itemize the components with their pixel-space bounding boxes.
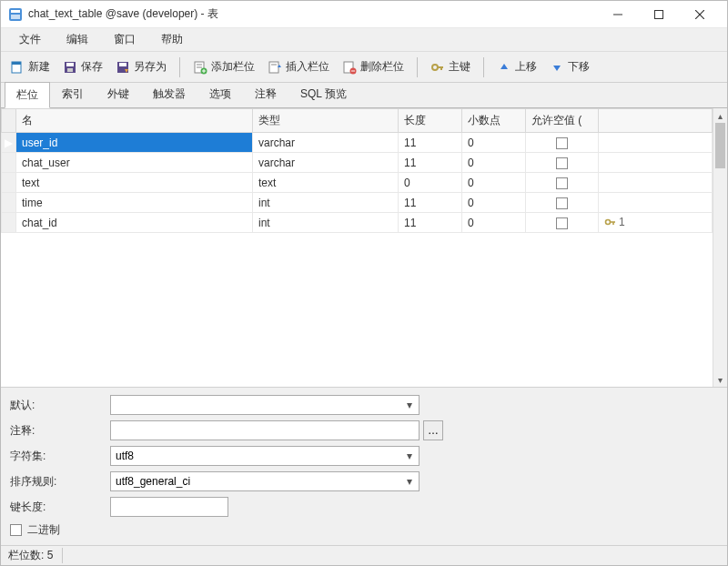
scrollbar-thumb[interactable]	[715, 123, 725, 168]
menu-window[interactable]: 窗口	[101, 28, 148, 51]
table-row[interactable]: chat_idint1101	[2, 213, 713, 233]
insertcol-label: 插入栏位	[286, 59, 329, 75]
menu-help[interactable]: 帮助	[148, 28, 196, 51]
cell-allownull[interactable]	[526, 213, 599, 233]
dropdown-icon[interactable]: ▾	[402, 474, 417, 489]
cell-type[interactable]: int	[253, 193, 399, 213]
maximize-button[interactable]	[638, 1, 679, 28]
cell-name[interactable]: chat_user	[16, 153, 253, 173]
cell-type[interactable]: varchar	[253, 153, 399, 173]
save-icon	[63, 60, 77, 75]
keylen-field[interactable]	[110, 497, 228, 517]
tab-columns[interactable]: 栏位	[5, 82, 50, 108]
col-pk[interactable]	[599, 109, 713, 133]
save-label: 保存	[81, 59, 103, 75]
table-row[interactable]: texttext00	[2, 173, 713, 193]
cell-name[interactable]: chat_id	[16, 213, 253, 233]
col-allownull[interactable]: 允许空值 (	[526, 109, 599, 133]
tab-comment[interactable]: 注释	[243, 81, 288, 107]
ellipsis-button[interactable]: …	[423, 420, 443, 440]
cell-decimal[interactable]: 0	[462, 213, 526, 233]
binary-checkbox[interactable]	[10, 524, 22, 536]
comment-field[interactable]	[110, 420, 420, 440]
tab-options[interactable]: 选项	[197, 81, 243, 107]
svg-rect-1	[11, 10, 20, 13]
title-bar: chat_text_table @save (developer) - 表	[1, 1, 727, 28]
allownull-checkbox[interactable]	[556, 137, 568, 149]
properties-panel: 默认: ▾ 注释: … 字符集: utf8▾ 排序规则: utf8_genera…	[1, 387, 727, 545]
new-icon	[10, 60, 25, 75]
cell-length[interactable]: 11	[399, 213, 462, 233]
deletecol-button[interactable]: 删除栏位	[337, 56, 410, 77]
columns-grid[interactable]: 名 类型 长度 小数点 允许空值 ( ▶user_idvarchar110cha…	[1, 108, 713, 233]
tab-triggers[interactable]: 触发器	[141, 81, 197, 107]
save-button[interactable]: 保存	[57, 56, 108, 77]
cell-length[interactable]: 11	[399, 193, 462, 213]
allownull-checkbox[interactable]	[556, 197, 568, 209]
table-row[interactable]: timeint110	[2, 193, 713, 213]
col-length[interactable]: 长度	[399, 109, 462, 133]
dropdown-icon[interactable]: ▾	[402, 398, 417, 412]
keylen-label: 键长度:	[10, 500, 110, 515]
insertcol-button[interactable]: 插入栏位	[262, 56, 335, 77]
cell-allownull[interactable]	[526, 153, 599, 173]
cell-pk[interactable]	[599, 133, 713, 153]
cell-decimal[interactable]: 0	[462, 173, 526, 193]
primarykey-button[interactable]: 主键	[425, 56, 476, 77]
moveup-button[interactable]: 上移	[491, 56, 542, 77]
addcol-button[interactable]: 添加栏位	[187, 56, 260, 77]
table-row[interactable]: chat_uservarchar110	[2, 153, 713, 173]
allownull-checkbox[interactable]	[556, 177, 568, 189]
close-button[interactable]	[679, 1, 720, 28]
col-name[interactable]: 名	[16, 109, 253, 133]
cell-length[interactable]: 11	[399, 133, 462, 153]
col-type[interactable]: 类型	[253, 109, 399, 133]
toolbar: 新建 保存 另存为 添加栏位 插入栏位 删除栏位 主键 上移 下移	[1, 52, 727, 83]
scroll-up-icon[interactable]: ▴	[713, 108, 727, 123]
arrow-up-icon	[497, 60, 511, 75]
tab-sqlpreview[interactable]: SQL 预览	[288, 81, 359, 107]
col-decimal[interactable]: 小数点	[462, 109, 526, 133]
svg-rect-20	[269, 62, 278, 73]
cell-type[interactable]: varchar	[253, 133, 399, 153]
svg-rect-11	[67, 68, 73, 72]
new-button[interactable]: 新建	[5, 56, 56, 77]
cell-length[interactable]: 0	[399, 173, 462, 193]
cell-allownull[interactable]	[526, 173, 599, 193]
menu-file[interactable]: 文件	[6, 28, 54, 51]
cell-decimal[interactable]: 0	[462, 193, 526, 213]
cell-pk[interactable]	[599, 153, 713, 173]
cell-decimal[interactable]: 0	[462, 133, 526, 153]
scroll-down-icon[interactable]: ▾	[713, 372, 727, 387]
default-field[interactable]: ▾	[110, 395, 420, 415]
status-count: 栏位数: 5	[8, 548, 63, 563]
cell-length[interactable]: 11	[399, 153, 462, 173]
cell-type[interactable]: text	[253, 173, 399, 193]
saveas-button[interactable]: 另存为	[110, 56, 172, 77]
tab-indexes[interactable]: 索引	[50, 81, 96, 107]
allownull-checkbox[interactable]	[556, 157, 568, 169]
dropdown-icon[interactable]: ▾	[402, 449, 417, 463]
cell-allownull[interactable]	[526, 133, 599, 153]
cell-type[interactable]: int	[253, 213, 399, 233]
cell-pk[interactable]: 1	[599, 213, 713, 233]
minimize-button[interactable]	[597, 1, 638, 28]
vertical-scrollbar[interactable]: ▴ ▾	[713, 108, 727, 387]
allownull-checkbox[interactable]	[556, 217, 568, 229]
cell-pk[interactable]	[599, 193, 713, 213]
grid-corner	[2, 109, 16, 133]
movedown-button[interactable]: 下移	[544, 56, 595, 77]
menu-edit[interactable]: 编辑	[54, 28, 101, 51]
cell-decimal[interactable]: 0	[462, 153, 526, 173]
tab-foreign[interactable]: 外键	[96, 81, 141, 107]
menu-bar: 文件 编辑 窗口 帮助	[1, 28, 727, 52]
cell-name[interactable]: time	[16, 193, 253, 213]
cell-name[interactable]: user_id	[16, 133, 253, 153]
table-row[interactable]: ▶user_idvarchar110	[2, 133, 713, 153]
cell-name[interactable]: text	[16, 173, 253, 193]
saveas-icon	[116, 60, 130, 75]
cell-pk[interactable]	[599, 173, 713, 193]
charset-field[interactable]: utf8▾	[110, 446, 420, 466]
collation-field[interactable]: utf8_general_ci▾	[110, 471, 420, 491]
cell-allownull[interactable]	[526, 193, 599, 213]
